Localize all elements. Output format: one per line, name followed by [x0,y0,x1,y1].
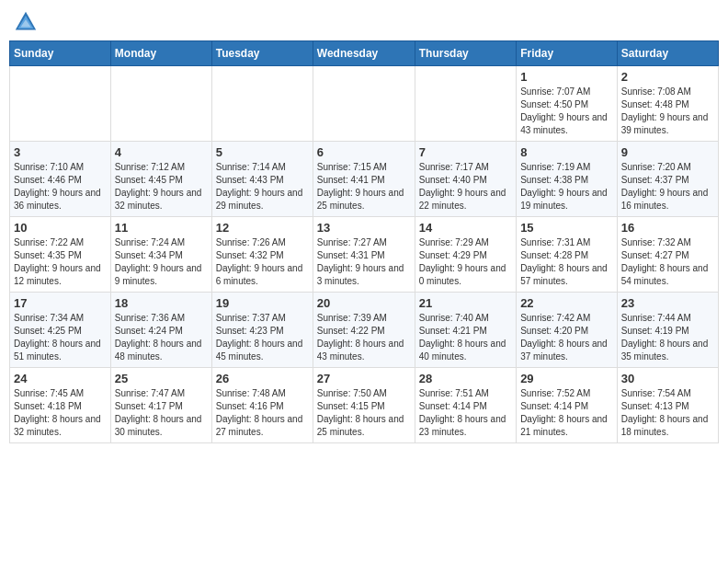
day-cell: 2Sunrise: 7:08 AM Sunset: 4:48 PM Daylig… [617,66,718,142]
day-number: 16 [621,221,714,235]
day-info: Sunrise: 7:32 AM Sunset: 4:27 PM Dayligh… [621,236,714,288]
day-cell: 14Sunrise: 7:29 AM Sunset: 4:29 PM Dayli… [415,217,516,293]
weekday-header-thursday: Thursday [415,41,516,66]
day-info: Sunrise: 7:26 AM Sunset: 4:32 PM Dayligh… [216,236,309,288]
day-cell: 28Sunrise: 7:51 AM Sunset: 4:14 PM Dayli… [415,368,516,443]
day-cell [415,66,516,142]
week-row-4: 17Sunrise: 7:34 AM Sunset: 4:25 PM Dayli… [10,293,719,368]
day-cell: 7Sunrise: 7:17 AM Sunset: 4:40 PM Daylig… [415,142,516,217]
day-info: Sunrise: 7:14 AM Sunset: 4:43 PM Dayligh… [216,161,309,213]
weekday-header-wednesday: Wednesday [313,41,415,66]
day-number: 24 [14,372,107,385]
day-number: 7 [419,145,512,159]
day-cell: 22Sunrise: 7:42 AM Sunset: 4:20 PM Dayli… [517,293,618,368]
day-cell: 23Sunrise: 7:44 AM Sunset: 4:19 PM Dayli… [617,293,718,368]
day-number: 18 [115,296,208,310]
day-number: 6 [317,145,411,159]
weekday-header-friday: Friday [517,41,618,66]
day-cell: 10Sunrise: 7:22 AM Sunset: 4:35 PM Dayli… [10,217,111,293]
calendar: SundayMondayTuesdayWednesdayThursdayFrid… [9,40,719,443]
day-number: 22 [520,296,613,310]
day-info: Sunrise: 7:29 AM Sunset: 4:29 PM Dayligh… [419,236,512,288]
day-cell: 29Sunrise: 7:52 AM Sunset: 4:14 PM Dayli… [517,368,618,443]
day-info: Sunrise: 7:27 AM Sunset: 4:31 PM Dayligh… [317,236,411,288]
day-info: Sunrise: 7:17 AM Sunset: 4:40 PM Dayligh… [419,161,512,213]
day-cell: 27Sunrise: 7:50 AM Sunset: 4:15 PM Dayli… [313,368,415,443]
logo-icon [13,9,39,35]
week-row-1: 1Sunrise: 7:07 AM Sunset: 4:50 PM Daylig… [10,66,719,142]
day-info: Sunrise: 7:34 AM Sunset: 4:25 PM Dayligh… [14,312,107,363]
day-info: Sunrise: 7:42 AM Sunset: 4:20 PM Dayligh… [520,312,613,363]
day-cell: 12Sunrise: 7:26 AM Sunset: 4:32 PM Dayli… [211,217,313,293]
day-number: 25 [115,372,208,385]
day-number: 29 [520,372,613,385]
day-info: Sunrise: 7:48 AM Sunset: 4:16 PM Dayligh… [216,387,309,439]
day-info: Sunrise: 7:07 AM Sunset: 4:50 PM Dayligh… [520,86,613,137]
day-info: Sunrise: 7:15 AM Sunset: 4:41 PM Dayligh… [317,161,411,213]
day-info: Sunrise: 7:45 AM Sunset: 4:18 PM Dayligh… [14,387,107,439]
day-cell: 4Sunrise: 7:12 AM Sunset: 4:45 PM Daylig… [110,142,211,217]
day-info: Sunrise: 7:12 AM Sunset: 4:45 PM Dayligh… [115,161,208,213]
day-info: Sunrise: 7:20 AM Sunset: 4:37 PM Dayligh… [621,161,714,213]
day-number: 5 [216,145,309,159]
day-cell: 18Sunrise: 7:36 AM Sunset: 4:24 PM Dayli… [110,293,211,368]
day-cell: 1Sunrise: 7:07 AM Sunset: 4:50 PM Daylig… [517,66,618,142]
day-info: Sunrise: 7:47 AM Sunset: 4:17 PM Dayligh… [115,387,208,439]
day-number: 28 [419,372,512,385]
day-cell: 24Sunrise: 7:45 AM Sunset: 4:18 PM Dayli… [10,368,111,443]
page-header [9,9,719,35]
day-number: 12 [216,221,309,235]
day-info: Sunrise: 7:54 AM Sunset: 4:13 PM Dayligh… [621,387,714,439]
day-number: 13 [317,221,411,235]
day-info: Sunrise: 7:31 AM Sunset: 4:28 PM Dayligh… [520,236,613,288]
week-row-5: 24Sunrise: 7:45 AM Sunset: 4:18 PM Dayli… [10,368,719,443]
day-number: 14 [419,221,512,235]
weekday-header-monday: Monday [110,41,211,66]
day-cell: 3Sunrise: 7:10 AM Sunset: 4:46 PM Daylig… [10,142,111,217]
day-cell: 6Sunrise: 7:15 AM Sunset: 4:41 PM Daylig… [313,142,415,217]
day-cell: 26Sunrise: 7:48 AM Sunset: 4:16 PM Dayli… [211,368,313,443]
day-info: Sunrise: 7:36 AM Sunset: 4:24 PM Dayligh… [115,312,208,363]
day-number: 26 [216,372,309,385]
weekday-header-tuesday: Tuesday [211,41,313,66]
weekday-header-sunday: Sunday [10,41,111,66]
day-number: 21 [419,296,512,310]
day-number: 30 [621,372,714,385]
day-cell: 19Sunrise: 7:37 AM Sunset: 4:23 PM Dayli… [211,293,313,368]
day-cell: 30Sunrise: 7:54 AM Sunset: 4:13 PM Dayli… [617,368,718,443]
day-number: 27 [317,372,411,385]
day-number: 4 [115,145,208,159]
day-info: Sunrise: 7:37 AM Sunset: 4:23 PM Dayligh… [216,312,309,363]
day-number: 23 [621,296,714,310]
day-number: 1 [520,70,613,84]
logo [13,9,42,35]
day-cell: 5Sunrise: 7:14 AM Sunset: 4:43 PM Daylig… [211,142,313,217]
day-number: 19 [216,296,309,310]
day-cell: 25Sunrise: 7:47 AM Sunset: 4:17 PM Dayli… [110,368,211,443]
day-number: 10 [14,221,107,235]
day-cell: 17Sunrise: 7:34 AM Sunset: 4:25 PM Dayli… [10,293,111,368]
day-number: 2 [621,70,714,84]
day-cell [110,66,211,142]
day-number: 8 [520,145,613,159]
day-cell: 9Sunrise: 7:20 AM Sunset: 4:37 PM Daylig… [617,142,718,217]
week-row-3: 10Sunrise: 7:22 AM Sunset: 4:35 PM Dayli… [10,217,719,293]
day-info: Sunrise: 7:50 AM Sunset: 4:15 PM Dayligh… [317,387,411,439]
day-number: 9 [621,145,714,159]
day-info: Sunrise: 7:19 AM Sunset: 4:38 PM Dayligh… [520,161,613,213]
day-cell: 13Sunrise: 7:27 AM Sunset: 4:31 PM Dayli… [313,217,415,293]
day-info: Sunrise: 7:44 AM Sunset: 4:19 PM Dayligh… [621,312,714,363]
day-cell [211,66,313,142]
day-number: 20 [317,296,411,310]
day-number: 11 [115,221,208,235]
day-cell: 20Sunrise: 7:39 AM Sunset: 4:22 PM Dayli… [313,293,415,368]
day-info: Sunrise: 7:52 AM Sunset: 4:14 PM Dayligh… [520,387,613,439]
day-cell: 21Sunrise: 7:40 AM Sunset: 4:21 PM Dayli… [415,293,516,368]
day-info: Sunrise: 7:40 AM Sunset: 4:21 PM Dayligh… [419,312,512,363]
day-info: Sunrise: 7:39 AM Sunset: 4:22 PM Dayligh… [317,312,411,363]
day-number: 15 [520,221,613,235]
day-cell [313,66,415,142]
weekday-header-saturday: Saturday [617,41,718,66]
day-info: Sunrise: 7:08 AM Sunset: 4:48 PM Dayligh… [621,86,714,137]
day-info: Sunrise: 7:24 AM Sunset: 4:34 PM Dayligh… [115,236,208,288]
